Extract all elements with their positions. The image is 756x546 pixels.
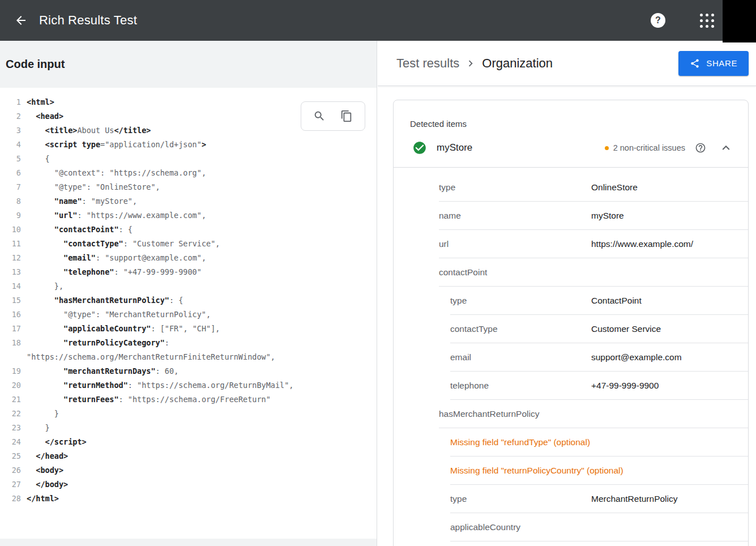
row-label: type [450,494,591,504]
row-label: url [439,239,591,249]
line-number: 21 [0,393,21,407]
code-line: 24 </script> [0,435,377,449]
code-lines: 1<html>2 <head>3 <title>About Us</title>… [0,95,377,506]
share-icon [690,58,700,69]
row-value: myStore [591,211,624,221]
row-value: Customer Service [591,324,661,334]
code-line: 28</html> [0,492,377,506]
detected-item-header[interactable]: myStore 2 non-critical issues [394,129,748,168]
check-circle-icon [412,140,427,155]
share-button[interactable]: SHARE [678,51,749,76]
code-line: 7 "@type": "OnlineStore", [0,180,377,194]
app-title: Rich Results Test [39,13,137,28]
item-name: myStore [437,142,472,153]
copy-icon[interactable] [340,109,353,123]
detail-row: typeMerchantReturnPolicy [450,485,748,513]
code-line: 9 "url": "https://www.example.com", [0,208,377,223]
chevron-right-icon [464,57,477,70]
line-number: 11 [0,237,21,251]
line-number: 22 [0,407,21,421]
detail-rows: typeOnlineStorenamemyStoreurlhttps://www… [394,168,748,546]
line-number: 20 [0,378,21,393]
line-number: 12 [0,251,21,265]
code-line: 12 "email": "support@example.com", [0,251,377,265]
code-line: 5 { [0,152,377,166]
line-number: 9 [0,208,21,223]
line-number: 3 [0,123,21,138]
account-placeholder [723,0,756,42]
code-line: 16 "@type": "MerchantReturnPolicy", [0,308,377,322]
line-number: 1 [0,95,21,109]
code-panel-header: Code input [0,41,377,88]
detail-row: namemyStore [439,202,748,230]
section-row: hasMerchantReturnPolicy [439,400,748,428]
code-line: 8 "name": "myStore", [0,194,377,208]
breadcrumb-test-results[interactable]: Test results [396,56,459,71]
code-line: 27 </body> [0,477,377,492]
detail-row: typeContactPoint [450,287,748,315]
missing-field-warning-row[interactable]: Missing field "returnPolicyCountry" (opt… [450,457,748,485]
code-line: 25 </head> [0,449,377,463]
code-line: 10 "contactPoint": { [0,223,377,237]
code-line: 20 "returnMethod": "https://schema.org/R… [0,378,377,393]
row-label: email [450,352,591,362]
missing-field-warning-row[interactable]: Missing field "refundType" (optional) [450,428,748,457]
line-number [0,350,21,364]
warning-text: Missing field "refundType" (optional) [450,437,590,447]
breadcrumb-current: Organization [482,56,553,71]
code-input-title: Code input [6,58,65,71]
line-number: 26 [0,463,21,477]
code-line: 15 "hasMerchantReturnPolicy": { [0,293,377,308]
row-label: applicableCountry [450,522,591,532]
line-number: 28 [0,492,21,506]
help-outline-icon[interactable] [695,142,706,153]
detail-row: urlhttps://www.example.com/ [439,230,748,258]
row-value: https://www.example.com/ [591,239,693,249]
code-line: "https://schema.org/MerchantReturnFinite… [0,350,377,364]
row-label: contactPoint [439,267,591,278]
detail-row: emailsupport@example.com [450,343,748,372]
issues-count: 2 non-critical issues [613,143,685,152]
line-number: 18 [0,336,21,350]
row-value: support@example.com [591,352,682,362]
topbar-actions: ? [651,0,714,41]
row-value: MerchantReturnPolicy [591,494,677,504]
code-line: 26 <body> [0,463,377,477]
line-number: 2 [0,109,21,123]
section-row: contactPoint [439,258,748,287]
row-value: ContactPoint [591,296,642,306]
detail-row: contactTypeCustomer Service [450,315,748,343]
arrow-left-icon [14,14,28,27]
results-body: Detected items myStore 2 non-critical is… [378,86,756,546]
code-line: 17 "applicableCountry": ["FR", "CH"], [0,322,377,336]
horizontal-scrollbar[interactable] [0,539,377,546]
row-value: OnlineStore [591,182,638,193]
line-number: 6 [0,166,21,180]
line-number: 25 [0,449,21,463]
item-meta: 2 non-critical issues [605,140,733,155]
row-label: name [439,211,591,221]
code-line: 6 "@context": "https://schema.org", [0,166,377,180]
detail-row: telephone+47-99-999-9900 [450,372,748,400]
line-number: 27 [0,477,21,492]
collapse-chevron-icon[interactable] [719,140,733,155]
back-button[interactable] [14,13,28,28]
line-number: 4 [0,138,21,152]
help-icon[interactable]: ? [651,13,665,28]
detected-items-card: Detected items myStore 2 non-critical is… [393,100,749,546]
app-header: Rich Results Test ? [0,0,756,41]
breadcrumb: Test results Organization [396,56,553,71]
line-number: 13 [0,265,21,279]
code-line: 13 "telephone": "+47-99-999-9900" [0,265,377,279]
line-number: 19 [0,364,21,378]
detected-items-label: Detected items [394,100,748,129]
row-label: type [439,182,591,193]
line-number: 16 [0,308,21,322]
code-editor[interactable]: 1<html>2 <head>3 <title>About Us</title>… [0,88,377,546]
code-line: 4 <script type="application/ld+json"> [0,138,377,152]
line-number: 15 [0,293,21,308]
code-line: 14 }, [0,279,377,293]
search-icon[interactable] [313,109,326,123]
apps-grid-icon[interactable] [699,13,714,28]
line-number: 17 [0,322,21,336]
